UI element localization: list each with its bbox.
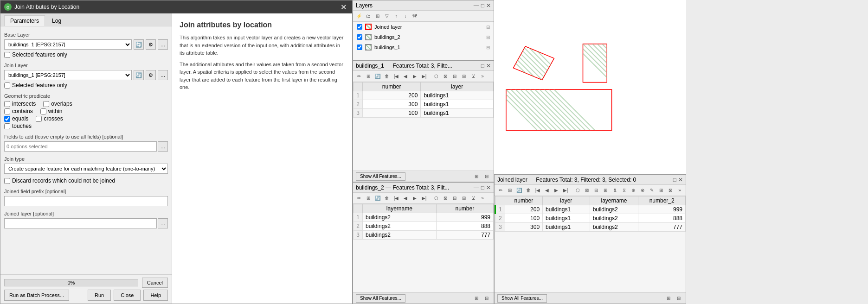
overlaps-checkbox[interactable] (43, 101, 49, 107)
layer-joined-checkbox[interactable] (357, 24, 362, 30)
t1-tool-more[interactable]: » (478, 72, 487, 81)
join-layer-refresh-btn[interactable]: 🔄 (134, 70, 144, 80)
batch-button[interactable]: Run as Batch Process... (4, 290, 69, 301)
t1-tool-nav1[interactable]: |◀ (392, 72, 400, 81)
t3-tool-14[interactable]: ⊠ (666, 186, 675, 195)
close-button[interactable]: Close (114, 290, 141, 301)
layer-buildings2-menu[interactable]: ⊟ (486, 35, 490, 40)
t3-tool-13[interactable]: ⊞ (657, 186, 665, 195)
t2-tool-nav4[interactable]: ▶| (420, 194, 428, 203)
t2-tool-more[interactable]: » (478, 194, 487, 203)
layer-joined-menu[interactable]: ⊟ (486, 25, 490, 30)
t3-footer-icon1[interactable]: ⊞ (664, 294, 673, 303)
join-type-select[interactable]: Create separate feature for each matchin… (4, 164, 168, 174)
base-layer-more-btn[interactable]: … (158, 39, 168, 50)
t1-tool-del[interactable]: 🗑 (383, 72, 391, 81)
t3-tool-nav1[interactable]: |◀ (534, 186, 542, 195)
join-layer-selected-checkbox[interactable] (4, 82, 10, 89)
table2-minimize[interactable]: — (474, 184, 479, 191)
t2-tool-pencil[interactable]: ✏ (355, 194, 363, 203)
t1-tool-copy[interactable]: ⊞ (364, 72, 373, 81)
layers-tool-3[interactable]: ⊞ (373, 12, 382, 20)
t2-tool-8[interactable]: ⊞ (460, 194, 468, 203)
table1-maximize[interactable]: □ (481, 63, 484, 69)
t3-tool-5[interactable]: ⬡ (573, 186, 582, 195)
joined-layer-input[interactable] (4, 218, 157, 228)
join-layer-more-btn[interactable]: … (158, 70, 168, 80)
cancel-button[interactable]: Cancel (142, 278, 168, 288)
t3-tool-6[interactable]: ⊠ (583, 186, 591, 195)
t2-footer-icon1[interactable]: ⊞ (472, 294, 481, 303)
t1-footer-icon2[interactable]: ⊟ (482, 172, 491, 181)
t1-tool-nav2[interactable]: ◀ (401, 72, 410, 81)
table2-col-layername[interactable]: layername (363, 204, 437, 213)
t2-footer-icon2[interactable]: ⊟ (482, 294, 491, 303)
t3-tool-filter[interactable]: ⊻ (611, 186, 619, 195)
t2-tool-nav1[interactable]: |◀ (392, 194, 400, 203)
t3-tool-nav3[interactable]: ▶ (552, 186, 560, 195)
table1-col-number[interactable]: number (363, 82, 421, 91)
t2-tool-6[interactable]: ⊠ (441, 194, 450, 203)
table3-col-number[interactable]: number (505, 196, 542, 205)
t3-tool-more[interactable]: » (675, 186, 684, 195)
t1-tool-8[interactable]: ⊞ (460, 72, 468, 81)
t3-tool-7[interactable]: ⊟ (592, 186, 600, 195)
prefix-input[interactable] (4, 196, 168, 206)
layers-tool-2[interactable]: 🗂 (364, 12, 373, 20)
table2-maximize[interactable]: □ (481, 184, 484, 191)
layers-maximize-btn[interactable]: □ (481, 2, 484, 9)
table1-close[interactable]: ✕ (486, 63, 491, 69)
table3-show-all[interactable]: Show All Features... (497, 294, 547, 303)
t3-tool-del[interactable]: 🗑 (524, 186, 533, 195)
layers-tool-7[interactable]: 🗺 (411, 12, 419, 20)
layer-item-buildings2[interactable]: buildings_2 ⊟ (353, 32, 494, 42)
layers-tool-1[interactable]: ⚡ (355, 12, 363, 20)
table1-col-layer[interactable]: layer (421, 82, 494, 91)
t1-tool-refresh[interactable]: 🔄 (373, 72, 382, 81)
intersects-checkbox[interactable] (4, 101, 10, 107)
t2-tool-5[interactable]: ⬡ (432, 194, 440, 203)
layers-minimize-btn[interactable]: — (474, 2, 479, 9)
layer-item-buildings1[interactable]: buildings_1 ⊟ (353, 42, 494, 52)
discard-checkbox[interactable] (4, 178, 10, 184)
equals-checkbox[interactable] (4, 116, 10, 122)
fields-more-btn[interactable]: … (158, 141, 168, 152)
table3-close[interactable]: ✕ (678, 177, 683, 183)
t3-tool-11[interactable]: ⊗ (638, 186, 647, 195)
layer-buildings1-menu[interactable]: ⊟ (486, 45, 490, 50)
t1-tool-5[interactable]: ⬡ (432, 72, 440, 81)
contains-checkbox[interactable] (4, 108, 10, 114)
base-layer-selected-checkbox[interactable] (4, 52, 10, 58)
t1-footer-icon1[interactable]: ⊞ (472, 172, 481, 181)
t1-tool-7[interactable]: ⊟ (450, 72, 459, 81)
layers-tool-5[interactable]: ↑ (392, 12, 400, 20)
t3-tool-copy[interactable]: ⊞ (506, 186, 514, 195)
table2-show-all[interactable]: Show All Features... (356, 294, 405, 303)
touches-checkbox[interactable] (4, 123, 10, 129)
t3-tool-10[interactable]: ⊕ (629, 186, 637, 195)
within-checkbox[interactable] (40, 108, 46, 114)
t2-tool-7[interactable]: ⊟ (450, 194, 459, 203)
layer-buildings2-checkbox[interactable] (357, 34, 362, 40)
t2-tool-nav3[interactable]: ▶ (411, 194, 419, 203)
base-layer-select[interactable]: buildings_1 [EPSG:2157] (4, 39, 132, 50)
t3-tool-nav2[interactable]: ◀ (543, 186, 551, 195)
t1-tool-6[interactable]: ⊠ (441, 72, 450, 81)
t2-tool-filter[interactable]: ⊻ (469, 194, 477, 203)
layer-buildings1-checkbox[interactable] (357, 44, 362, 50)
table3-maximize[interactable]: □ (673, 177, 676, 183)
table3-minimize[interactable]: — (666, 177, 671, 183)
layers-close-btn[interactable]: ✕ (486, 2, 491, 9)
joined-layer-more-btn[interactable]: … (158, 218, 168, 228)
fields-input[interactable] (4, 141, 157, 152)
table2-col-number[interactable]: number (436, 204, 493, 213)
t1-tool-pencil[interactable]: ✏ (355, 72, 363, 81)
tab-parameters[interactable]: Parameters (4, 15, 45, 26)
table1-minimize[interactable]: — (474, 63, 479, 69)
t2-tool-refresh[interactable]: 🔄 (373, 194, 382, 203)
t3-tool-8[interactable]: ⊞ (601, 186, 610, 195)
t1-tool-nav3[interactable]: ▶ (411, 72, 419, 81)
table2-close[interactable]: ✕ (486, 184, 491, 191)
t3-tool-12[interactable]: ✎ (648, 186, 656, 195)
layers-tool-4[interactable]: ▽ (383, 12, 391, 20)
